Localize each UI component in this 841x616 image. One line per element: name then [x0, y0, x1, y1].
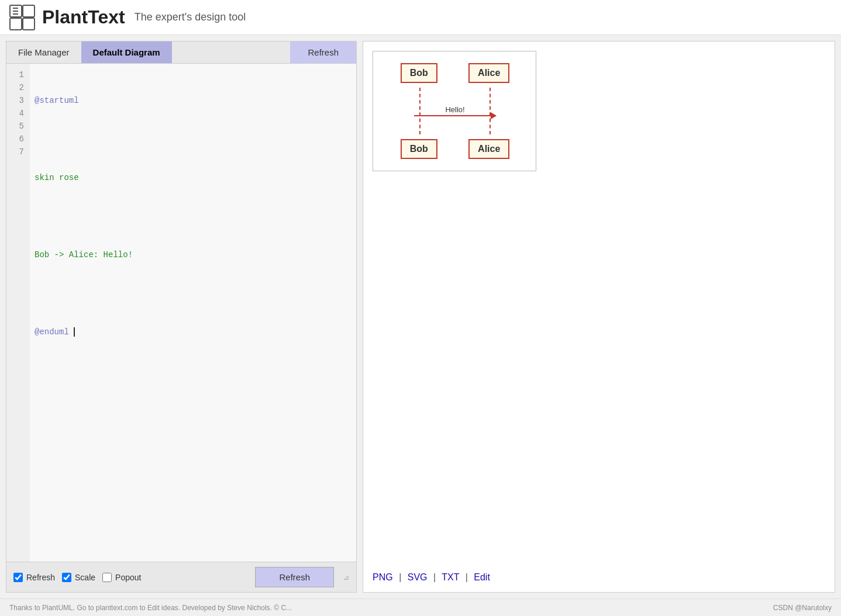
- code-editor[interactable]: 1 2 3 4 5 6 7 @startuml skin rose Bob ->…: [6, 64, 356, 562]
- file-manager-button[interactable]: File Manager: [6, 41, 81, 63]
- resize-handle: ⊿: [343, 573, 349, 582]
- diagram-box: Bob Alice Hello!: [373, 51, 536, 171]
- top-participants-row: Bob Alice: [385, 63, 525, 83]
- png-link[interactable]: PNG: [373, 572, 393, 582]
- svg-link[interactable]: SVG: [408, 572, 428, 582]
- message-area: Hello!: [385, 88, 525, 134]
- message-arrow: Hello!: [397, 105, 513, 116]
- scale-checkbox[interactable]: [62, 573, 71, 582]
- participant-bob-bottom: Bob: [401, 139, 437, 159]
- svg-rect-1: [23, 5, 35, 17]
- popout-checkbox-group: Popout: [102, 573, 141, 582]
- line-numbers: 1 2 3 4 5 6 7: [6, 64, 30, 562]
- sequence-diagram: Bob Alice Hello!: [385, 63, 525, 159]
- toolbar: File Manager Default Diagram Refresh: [6, 41, 356, 64]
- footer-left-text: Thanks to PlantUML. Go to planttext.com …: [9, 604, 292, 612]
- app-title: PlantText: [42, 6, 125, 28]
- export-links: PNG | SVG | TXT | Edit: [373, 572, 825, 583]
- participant-alice-bottom: Alice: [468, 139, 509, 159]
- refresh-checkbox-group: Refresh: [13, 573, 55, 582]
- participant-bob-top: Bob: [401, 63, 437, 83]
- popout-label: Popout: [115, 573, 141, 582]
- refresh-checkbox[interactable]: [13, 573, 23, 582]
- default-diagram-button[interactable]: Default Diagram: [81, 41, 172, 63]
- refresh-label: Refresh: [26, 573, 55, 582]
- popout-checkbox[interactable]: [102, 573, 112, 582]
- diagram-area: Bob Alice Hello!: [373, 51, 825, 563]
- footer-right-text: CSDN @Narutolxy: [773, 604, 832, 612]
- participant-alice-top: Alice: [468, 63, 509, 83]
- header: PlantText The expert's design tool: [0, 0, 841, 35]
- message-label: Hello!: [445, 105, 464, 114]
- logo-icon: [9, 5, 35, 30]
- scale-checkbox-group: Scale: [62, 573, 95, 582]
- toolbar-refresh-button[interactable]: Refresh: [290, 41, 356, 63]
- left-panel: File Manager Default Diagram Refresh 1 2…: [6, 41, 357, 593]
- edit-link[interactable]: Edit: [474, 572, 490, 582]
- bottom-bar: Refresh Scale Popout Refresh ⊿: [6, 562, 356, 592]
- footer: Thanks to PlantUML. Go to planttext.com …: [0, 598, 841, 616]
- right-panel: Bob Alice Hello!: [363, 41, 835, 593]
- svg-rect-3: [23, 18, 35, 30]
- scale-label: Scale: [75, 573, 95, 582]
- bottom-participants-row: Bob Alice: [385, 139, 525, 159]
- sep1: |: [399, 572, 401, 582]
- sep3: |: [466, 572, 468, 582]
- app-subtitle: The expert's design tool: [135, 11, 246, 23]
- code-content[interactable]: @startuml skin rose Bob -> Alice: Hello!…: [30, 64, 356, 562]
- main-layout: File Manager Default Diagram Refresh 1 2…: [0, 35, 841, 598]
- bottom-refresh-button[interactable]: Refresh: [255, 567, 334, 587]
- arrow-line: [414, 115, 496, 116]
- svg-rect-2: [10, 18, 22, 30]
- txt-link[interactable]: TXT: [442, 572, 459, 582]
- sep2: |: [433, 572, 436, 582]
